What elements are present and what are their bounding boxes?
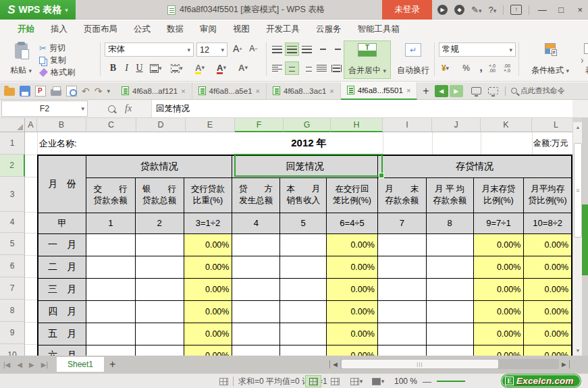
command-search[interactable]: 点此查找命令 <box>511 86 565 96</box>
share-icon[interactable]: ↑ <box>510 5 522 15</box>
cell[interactable] <box>377 278 426 300</box>
cell-code[interactable]: 4 <box>232 213 280 233</box>
cell-month[interactable]: 二 月 <box>38 256 86 278</box>
column-header-K[interactable]: K <box>481 118 532 132</box>
cell[interactable] <box>280 300 327 323</box>
row-header-3[interactable]: 3 <box>0 177 25 212</box>
cell[interactable] <box>135 233 184 256</box>
vertical-scroll-thumb[interactable]: ≡ <box>574 143 582 238</box>
doc-tab-1[interactable]: 4f6a8...af121× <box>115 82 192 100</box>
normal-view-button[interactable] <box>305 375 321 387</box>
doc-tab-2[interactable]: 4f6a8...a5e1× <box>192 82 267 100</box>
row-header-10[interactable]: 10 <box>0 344 25 356</box>
cell[interactable] <box>135 345 184 356</box>
cell-code[interactable]: 3=1÷2 <box>184 213 232 233</box>
cell[interactable] <box>232 256 280 278</box>
save-icon[interactable] <box>20 86 30 96</box>
cell-month[interactable]: 六 月 <box>38 345 86 356</box>
vertical-scrollbar[interactable]: ▲ ≡ ▼ <box>572 118 582 356</box>
company-name-label[interactable]: 企业名称: <box>39 132 77 155</box>
cell-code[interactable]: 甲 <box>38 213 86 233</box>
cell[interactable] <box>135 300 184 323</box>
cell-pct[interactable]: 0.00% <box>327 300 378 323</box>
column-header-B[interactable]: B <box>37 118 86 132</box>
cell-pct[interactable]: 0.00% <box>473 278 524 300</box>
column-header-E[interactable]: E <box>186 118 235 132</box>
cell-pct[interactable]: 0.00% <box>184 233 232 256</box>
decrease-indent-button[interactable] <box>316 43 330 56</box>
cell[interactable] <box>377 300 426 323</box>
cell-pct[interactable]: 0.00% <box>524 345 572 356</box>
help-icon[interactable]: ?▾ <box>488 5 496 15</box>
undo-icon[interactable]: ↶ <box>82 86 90 96</box>
cell-pct[interactable]: 0.00% <box>327 233 378 256</box>
increase-decimal-button[interactable]: +.0.00 <box>489 63 496 73</box>
cell-pct[interactable]: 0.00% <box>473 345 524 356</box>
prev-sheet-button[interactable]: ◀ <box>14 361 26 368</box>
open-icon[interactable] <box>4 88 15 96</box>
tab-review[interactable]: 审阅 <box>192 21 225 38</box>
cell-pct[interactable]: 0.00% <box>524 278 572 300</box>
side-panel-toggle[interactable] <box>582 204 588 275</box>
cell-pct[interactable]: 0.00% <box>327 278 378 300</box>
cell-month[interactable]: 一 月 <box>38 233 86 256</box>
scroll-down-button[interactable]: ▼ <box>573 345 583 356</box>
cell[interactable] <box>86 345 135 356</box>
tab-page-layout[interactable]: 页面布局 <box>76 21 126 38</box>
cell-head-j[interactable]: 月 平 均 存款余额 <box>426 177 473 213</box>
diamond-icon[interactable]: ◆ <box>454 5 464 15</box>
cell-month[interactable]: 三 月 <box>38 278 86 300</box>
cell-head-c[interactable]: 交 行 贷款余额 <box>86 177 135 213</box>
tab-cloud[interactable]: 云服务 <box>308 21 350 38</box>
redo-icon[interactable]: ↷ <box>95 86 103 96</box>
cell[interactable] <box>86 233 135 256</box>
justify-button[interactable] <box>315 61 329 75</box>
cell-pct[interactable]: 0.00% <box>524 323 572 345</box>
horizontal-scroll-track[interactable]: ||| <box>340 359 559 369</box>
name-box[interactable]: F2▾ <box>1 101 88 117</box>
page-layout-view-button[interactable]: ▾ <box>348 375 365 387</box>
cell[interactable] <box>86 323 135 345</box>
cell-pct[interactable]: 0.00% <box>184 256 232 278</box>
add-sheet-button[interactable]: + <box>104 358 121 370</box>
cell-head-e[interactable]: 交行贷款 比重(%) <box>184 177 232 213</box>
cell-band-loan[interactable]: 贷款情况 <box>86 155 232 177</box>
cell-pct[interactable]: 0.00% <box>524 256 572 278</box>
cell[interactable] <box>426 300 473 323</box>
fill-color-button[interactable]: A▾ <box>193 61 207 74</box>
cell[interactable] <box>232 345 280 356</box>
font-name-select[interactable]: 宋体▾ <box>105 43 194 57</box>
cell-code[interactable]: 10=8÷2 <box>524 213 572 233</box>
cell-band-deposit[interactable]: 存贷情况 <box>377 155 572 177</box>
maximize-button[interactable]: □ <box>555 5 567 15</box>
align-middle-button[interactable] <box>285 43 299 56</box>
close-button[interactable]: × <box>574 5 586 15</box>
cell-pct[interactable]: 0.00% <box>184 323 232 345</box>
shrink-font-button[interactable]: A− <box>247 42 260 55</box>
cell-pct[interactable]: 0.00% <box>473 233 524 256</box>
cell-code[interactable]: 5 <box>280 213 327 233</box>
cell[interactable] <box>280 256 327 278</box>
close-icon[interactable]: × <box>256 87 260 95</box>
cell[interactable] <box>377 256 426 278</box>
grow-font-button[interactable]: A+ <box>231 42 244 55</box>
cell-band-return-selected[interactable]: 回笼情况 <box>232 155 377 177</box>
column-header-H[interactable]: H <box>331 118 383 132</box>
column-header-I[interactable]: I <box>383 118 432 132</box>
close-icon[interactable]: × <box>329 87 333 95</box>
underline-button[interactable]: U <box>133 61 146 75</box>
minimize-button[interactable]: — <box>536 5 548 15</box>
cell-pct[interactable]: 0.00% <box>473 323 524 345</box>
merge-center-button[interactable]: T 合并居中 ▾ <box>344 40 391 79</box>
align-right-button[interactable] <box>300 61 314 75</box>
tab-smart-tools[interactable]: 智能工具箱 <box>350 21 408 38</box>
cell[interactable] <box>280 233 327 256</box>
scroll-up-button[interactable]: ▲ <box>573 122 583 132</box>
cell-pct[interactable]: 0.00% <box>327 345 378 356</box>
zoom-slider[interactable] <box>437 381 465 382</box>
conditional-format-button[interactable]: 条件格式 ▾ <box>523 40 577 79</box>
tab-scroll-right-button[interactable]: ▶ <box>450 85 463 97</box>
number-format-select[interactable]: 常规▾ <box>439 43 516 57</box>
cell-month-header[interactable]: 月 份 <box>38 155 86 213</box>
page-break-view-button[interactable] <box>327 375 343 387</box>
